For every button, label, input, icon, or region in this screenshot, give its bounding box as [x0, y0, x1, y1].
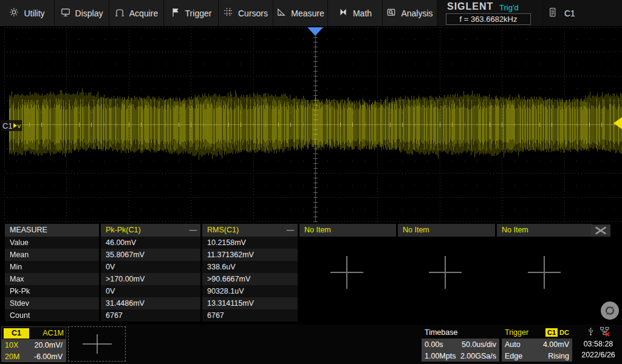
- measure-value: 13.314115mV: [202, 297, 298, 309]
- status-cluster: SIGLENT Trig'd f = 363.6682kHz: [441, 0, 536, 26]
- channel-offset-sub: v: [18, 122, 21, 129]
- menu-item-label: Measure: [291, 8, 324, 18]
- measure-row-label: Count: [5, 309, 99, 322]
- channel-c1-panel[interactable]: C1 AC1M 10X 20.0mV/ 20M -6.00mV: [1, 326, 66, 362]
- gear-icon: [9, 7, 19, 19]
- channel-badge[interactable]: C1: [4, 328, 29, 339]
- analysis-icon: [386, 7, 396, 19]
- channel-offset-arrow-icon: [13, 123, 17, 128]
- measure-column-header[interactable]: RMS(C1)—: [202, 224, 298, 237]
- refresh-icon[interactable]: [601, 302, 619, 320]
- channel-attenuation: 10X: [5, 341, 18, 349]
- menu-item-utility[interactable]: Utility: [0, 0, 55, 26]
- close-icon[interactable]: [591, 224, 610, 237]
- cursors-icon: [224, 7, 233, 19]
- measure-value: 10.2158mV: [202, 237, 298, 249]
- measure-column-header[interactable]: No Item: [398, 224, 495, 237]
- waveform-canvas: [0, 26, 622, 223]
- measure-value: 90328.1uV: [202, 285, 298, 297]
- menu-item-cursors[interactable]: Cursors: [219, 0, 273, 26]
- measure-panel: MEASUREPk-Pk(C1)—RMS(C1)—No ItemNo ItemN…: [0, 224, 622, 322]
- channel-offset-value: -6.00mV: [34, 352, 63, 361]
- measure-value: 338.6uV: [202, 261, 298, 273]
- menu-item-label: Utility: [24, 8, 44, 18]
- menu-item-label: Analysis: [401, 8, 432, 18]
- active-channel-indicator[interactable]: C1: [542, 0, 622, 26]
- active-channel-label: C1: [564, 8, 575, 18]
- system-status: 03:58:28 2022/6/26: [575, 326, 622, 362]
- measure-row-label: Value: [5, 237, 99, 249]
- timebase-title: Timebase: [422, 326, 499, 339]
- add-measurement-slot[interactable]: [527, 255, 562, 290]
- menu-item-acquire[interactable]: Acquire: [109, 0, 164, 26]
- trigger-slope: Rising: [548, 352, 569, 360]
- menu-item-trigger[interactable]: Trigger: [164, 0, 219, 26]
- measure-column-header[interactable]: No Item: [299, 224, 396, 237]
- trigger-level: 4.00mV: [543, 340, 569, 349]
- measure-row-label: Max: [5, 273, 99, 285]
- plus-icon: [527, 255, 562, 290]
- bottom-bar: C1 AC1M 10X 20.0mV/ 20M -6.00mV Timebase: [0, 325, 622, 364]
- trigger-status-badge: Trig'd: [499, 3, 519, 12]
- measure-row-label: Mean: [5, 249, 99, 261]
- remove-measurement-icon[interactable]: —: [287, 224, 295, 237]
- menu-item-label: Trigger: [185, 8, 212, 18]
- add-channel-slot[interactable]: [68, 326, 126, 362]
- measure-value: 31.4486mV: [101, 297, 200, 309]
- timebase-delay: 0.00s: [425, 340, 443, 349]
- timebase-sample-rate: 2.00GSa/s: [460, 352, 496, 360]
- timebase-memory: 1.00Mpts: [425, 352, 456, 360]
- clock-date: 2022/6/26: [575, 349, 622, 360]
- trigger-mode: Auto: [505, 340, 521, 349]
- measure-value: >170.00mV: [101, 273, 200, 285]
- measure-value: 6767: [101, 309, 200, 322]
- menu-item-display[interactable]: Display: [55, 0, 109, 26]
- channel-offset-marker[interactable]: C1 v: [1, 120, 22, 131]
- measure-icon: [276, 7, 286, 19]
- usb-icon: [587, 326, 595, 339]
- clipboard-icon: [548, 7, 557, 20]
- measure-column-header[interactable]: Pk-Pk(C1)—: [101, 224, 200, 237]
- brand-logo: SIGLENT: [447, 1, 493, 12]
- measure-row-label: Stdev: [5, 297, 99, 309]
- lan-disconnected-icon: [600, 326, 610, 339]
- measure-table-title: MEASURE: [5, 224, 99, 237]
- trigger-coupling: DC: [559, 329, 569, 336]
- trigger-position-marker[interactable]: [307, 27, 323, 36]
- add-measurement-slot[interactable]: [428, 255, 463, 290]
- measure-value: >90.6667mV: [202, 273, 298, 285]
- timebase-panel[interactable]: Timebase 0.00s 50.0us/div 1.00Mpts 2.00G…: [422, 326, 499, 362]
- acquire-icon: [115, 7, 125, 19]
- menu-item-label: Acquire: [129, 8, 158, 18]
- menu-item-label: Cursors: [238, 8, 268, 18]
- math-icon: [338, 7, 348, 19]
- frequency-counter: f = 363.6682kHz: [446, 13, 531, 25]
- menu-item-label: Display: [75, 8, 103, 18]
- measure-column-header[interactable]: No Item: [497, 224, 592, 237]
- trigger-source-badge: C1: [545, 328, 558, 337]
- trigger-panel[interactable]: Trigger C1 DC Auto 4.00mV Edge Rising: [502, 326, 572, 362]
- clock-time: 03:58:28: [575, 339, 622, 349]
- measure-value: 6767: [202, 309, 298, 322]
- trigger-level-marker[interactable]: [613, 117, 622, 129]
- menu-item-measure[interactable]: Measure: [273, 0, 328, 26]
- menu-item-math[interactable]: Math: [328, 0, 383, 26]
- trigger-title: Trigger: [505, 328, 528, 337]
- plus-icon: [82, 333, 112, 355]
- menu-item-label: Math: [353, 8, 372, 18]
- measure-value: 0V: [101, 261, 200, 273]
- plus-icon: [329, 255, 364, 290]
- add-measurement-slot[interactable]: [329, 255, 364, 290]
- measure-value: 46.00mV: [101, 237, 200, 249]
- channel-offset-label: C1: [2, 121, 13, 130]
- remove-measurement-icon[interactable]: —: [190, 224, 197, 237]
- menu-item-analysis[interactable]: Analysis: [383, 0, 437, 26]
- waveform-display[interactable]: C1 v: [0, 26, 622, 223]
- channel-bandwidth: 20M: [5, 352, 19, 361]
- trigger-type: Edge: [505, 352, 522, 360]
- timebase-scale: 50.0us/div: [462, 340, 496, 349]
- channel-coupling: AC1M: [43, 329, 64, 337]
- trigger-icon: [171, 7, 180, 19]
- measure-value: 11.371362mV: [202, 249, 298, 261]
- measure-value: 0V: [101, 285, 200, 297]
